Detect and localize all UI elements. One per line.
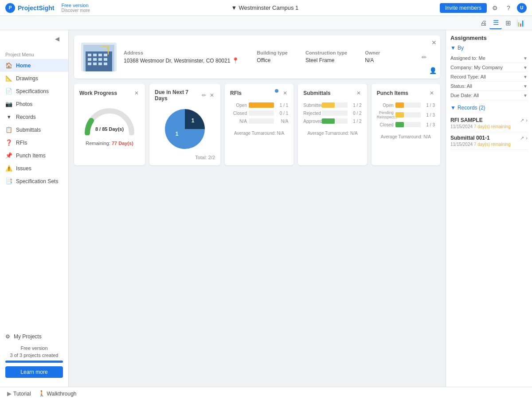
work-progress-widget: Work Progress ✕ 8 / 85 Day(s) xyxy=(74,84,145,165)
rfis-closed-value: 0 / 1 xyxy=(276,111,288,116)
project-name: Westminster Campus 1 xyxy=(239,4,298,11)
rfis-bar-chart: Open 1 / 1 Closed 0 / 1 N/ xyxy=(230,101,288,128)
chart-view-icon[interactable]: 📊 xyxy=(514,17,527,29)
building-type-label: Building type xyxy=(257,50,288,55)
svg-rect-2 xyxy=(88,54,91,56)
sidebar-item-rfis[interactable]: ❓ RFIs xyxy=(0,136,68,149)
sidebar-item-photos[interactable]: 📷 Photos xyxy=(0,98,68,110)
rfis-open-track xyxy=(249,102,274,108)
gauge-svg: 8 / 85 Day(s) xyxy=(83,104,136,135)
punch-pending-fill xyxy=(395,112,404,118)
filter-due-date[interactable]: Due Date: All ▼ xyxy=(450,91,528,100)
sidebar-item-records-label: Records xyxy=(16,114,36,120)
record-submittal-external-link-button[interactable]: ↗ xyxy=(520,135,524,141)
avatar[interactable]: U xyxy=(517,3,527,13)
record-rfi-header: RFI SAMPLE ↗ › xyxy=(450,117,528,123)
svg-text:1: 1 xyxy=(176,131,179,137)
record-submittal-remaining: 7 day(s) remaining xyxy=(474,142,511,147)
project-card-edit-button[interactable]: ✏ xyxy=(422,48,427,66)
invite-button[interactable]: Invite members xyxy=(440,3,487,13)
owner-label: Owner xyxy=(365,50,380,55)
filter-assigned-to[interactable]: Assigned to: Me ▼ xyxy=(450,54,528,63)
svg-rect-12 xyxy=(98,63,102,65)
sidebar-item-issues[interactable]: ⚠️ Issues xyxy=(0,162,68,175)
next7days-edit-button[interactable]: ✏ xyxy=(201,91,207,99)
grid-view-icon[interactable]: ⊞ xyxy=(502,17,514,29)
app-name: ProjectSight xyxy=(18,4,54,12)
filter-company[interactable]: Company: My Company ▼ xyxy=(450,63,528,72)
work-progress-close-button[interactable]: ✕ xyxy=(133,89,140,97)
owner-value: N/A xyxy=(365,57,380,63)
sidebar-item-submittals[interactable]: 📋 Submittals xyxy=(0,123,68,136)
record-rfi-chevron-button[interactable]: › xyxy=(526,118,528,123)
punch-items-close-button[interactable]: ✕ xyxy=(429,89,435,97)
sidebar-item-records[interactable]: ▾ Records xyxy=(0,110,68,123)
work-progress-header: Work Progress ✕ xyxy=(79,89,140,97)
svg-rect-8 xyxy=(98,58,102,61)
filter-record-type[interactable]: Record Type: All ▼ xyxy=(450,72,528,82)
settings-icon[interactable]: ⚙ xyxy=(490,3,500,13)
rfis-na-track xyxy=(249,118,274,124)
tutorial-label: Tutorial xyxy=(13,391,31,397)
punch-pending-row: Pending Reinspect... 1 / 3 xyxy=(377,110,435,119)
punch-open-row: Open 1 / 3 xyxy=(377,102,435,108)
projects-progress-bar-bg xyxy=(5,361,63,363)
submittals-avg-turnaround: Average Turnaround: N/A xyxy=(303,131,361,136)
collapse-sidebar-button[interactable]: ◀ xyxy=(50,32,65,46)
filter-status[interactable]: Status: All ▼ xyxy=(450,82,528,91)
chevron-down-icon: ▼ xyxy=(450,105,456,111)
help-icon[interactable]: ? xyxy=(504,3,513,13)
svg-rect-3 xyxy=(93,54,97,56)
punch-items-actions: ✕ xyxy=(429,89,435,97)
project-fields: Address 10368 Westmoor Dr, Westminster, … xyxy=(124,50,433,64)
projects-progress-bar-fill xyxy=(5,361,63,363)
project-card-person-button[interactable]: 👤 xyxy=(429,67,437,74)
walkthrough-link[interactable]: 🚶 Walkthrough xyxy=(38,390,77,397)
view-toolbar: 🖨 ☰ ⊞ 📊 xyxy=(0,16,532,30)
sidebar-item-specifications-label: Specifications xyxy=(16,88,49,94)
logo-icon: P xyxy=(5,3,15,13)
remaining-text: Remaining: 77 Day(s) xyxy=(79,141,140,146)
project-selector[interactable]: ▼ Westminster Campus 1 xyxy=(231,4,299,11)
by-label[interactable]: ▼ By xyxy=(450,45,528,51)
chevron-down-icon: ▼ xyxy=(450,45,456,51)
header-right: Invite members ⚙ ? U xyxy=(440,3,527,13)
record-rfi-remaining: 7 day(s) remaining xyxy=(474,124,511,129)
sidebar-bottom: ⚙ My Projects Free version 3 of 3 projec… xyxy=(0,327,68,382)
rfis-icon: ❓ xyxy=(5,139,12,146)
chevron-down-icon: ▼ xyxy=(231,4,237,11)
tutorial-link[interactable]: ▶ Tutorial xyxy=(7,390,31,397)
header-left: P ProjectSight Free version Discover mor… xyxy=(5,3,90,13)
project-card-close-button[interactable]: ✕ xyxy=(431,39,437,46)
rfis-na-row: N/A N/A xyxy=(230,118,288,124)
record-submittal-chevron-button[interactable]: › xyxy=(526,135,528,141)
free-version-label[interactable]: Free version xyxy=(61,3,90,8)
list-view-icon[interactable]: ☰ xyxy=(489,17,502,29)
record-rfi-external-link-button[interactable]: ↗ xyxy=(520,118,524,123)
sidebar-item-home[interactable]: 🏠 Home xyxy=(0,59,68,72)
sidebar-item-drawings[interactable]: 📐 Drawings xyxy=(0,72,68,85)
next7days-close-button[interactable]: ✕ xyxy=(209,91,215,99)
sidebar-item-specifications[interactable]: 📄 Specifications xyxy=(0,85,68,98)
discover-more[interactable]: Discover more xyxy=(61,8,90,13)
punch-pending-label: Pending Reinspect... xyxy=(377,110,394,119)
rfis-close-button[interactable]: ✕ xyxy=(282,89,288,97)
records-icon: ▾ xyxy=(5,114,12,120)
sidebar-section-label: Project Menu xyxy=(0,47,68,59)
svg-rect-5 xyxy=(104,54,107,56)
pie-chart-svg: 1 1 xyxy=(163,107,207,151)
submittals-close-button[interactable]: ✕ xyxy=(356,89,362,97)
punch-open-fill xyxy=(395,102,404,108)
learn-more-button[interactable]: Learn more xyxy=(5,366,63,378)
sidebar-item-punch-items[interactable]: 📌 Punch Items xyxy=(0,149,68,162)
rfis-closed-track xyxy=(249,110,274,116)
building-type-value: Office xyxy=(257,57,288,63)
records-title[interactable]: ▼ Records (2) xyxy=(450,105,528,111)
submittals-rejected-label: Rejected xyxy=(303,111,320,116)
punch-open-track xyxy=(395,102,421,108)
print-icon[interactable]: 🖨 xyxy=(477,17,489,29)
sidebar-item-specification-sets[interactable]: 📑 Specification Sets xyxy=(0,175,68,188)
gauge-container: 8 / 85 Day(s) xyxy=(79,101,140,139)
my-projects-link[interactable]: ⚙ My Projects xyxy=(5,331,63,342)
record-submittal-header: Submittal 001-1 ↗ › xyxy=(450,135,528,141)
